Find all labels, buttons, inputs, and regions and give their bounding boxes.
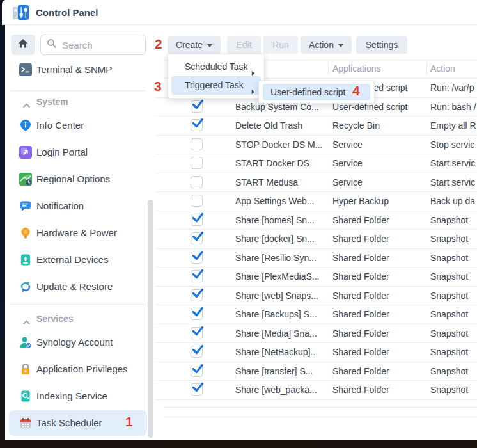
table-footer-line: [164, 407, 477, 408]
cell-name: STOP Docker DS M...: [235, 136, 322, 154]
terminal-snmp-icon: [19, 63, 32, 76]
row-checkbox[interactable]: [191, 157, 203, 169]
annotation-step-1: 1: [125, 414, 133, 429]
sidebar-item-label: Hardware & Power: [36, 222, 117, 244]
table-row[interactable]: Delete Old TrashRecycle BinEmpty all R: [155, 116, 477, 136]
column-header-applications[interactable]: Applications: [332, 60, 381, 78]
table-row[interactable]: Share [homes] Sn...Shared FolderSnapshot: [155, 211, 477, 230]
control-panel-icon: [12, 4, 29, 21]
sidebar-item-label: Info Center: [36, 115, 84, 136]
cell-action: Snapshot: [430, 305, 468, 323]
home-icon: [17, 38, 29, 52]
row-checkbox-checked[interactable]: [191, 119, 203, 131]
sidebar-item-synology-account[interactable]: Synology Account: [5, 332, 155, 353]
cell-name: Share [NetBackup]...: [235, 343, 318, 361]
row-checkbox-checked[interactable]: [191, 365, 203, 377]
sidebar-divider: [11, 304, 146, 305]
sidebar-item-login-portal[interactable]: Login Portal: [5, 141, 155, 163]
cell-application: Recycle Bin: [332, 116, 380, 134]
sidebar-section-system[interactable]: System: [5, 91, 155, 113]
cell-action: Snapshot: [430, 230, 468, 248]
sidebar-item-application-privileges[interactable]: Application Privileges: [5, 358, 155, 380]
cell-action: Snapshot: [430, 343, 468, 361]
sidebar-scrollbar[interactable]: [148, 200, 153, 438]
run-button-label: Run: [272, 40, 289, 50]
action-button[interactable]: Action: [301, 36, 352, 54]
menu-item-label: Triggered Task: [185, 80, 244, 90]
row-checkbox-checked[interactable]: [191, 232, 203, 244]
window-title: Control Panel: [36, 0, 98, 25]
cell-name: Share [transfer] S...: [235, 362, 313, 380]
cell-name: START Medusa: [235, 173, 298, 191]
row-checkbox-checked[interactable]: [191, 100, 203, 113]
search-input[interactable]: [62, 40, 139, 51]
home-button[interactable]: [11, 35, 35, 55]
external-devices-icon: [19, 253, 32, 266]
table-row[interactable]: Share [web_packa...Shared FolderSnapshot: [155, 381, 477, 400]
table-row[interactable]: STOP Docker DS M...ServiceStop servic: [155, 136, 477, 155]
row-checkbox[interactable]: [191, 176, 203, 188]
table-row[interactable]: Share [transfer] S...Shared FolderSnapsh…: [155, 362, 477, 381]
table-row[interactable]: Share [web] Snaps...Shared FolderSnapsho…: [155, 287, 477, 306]
sidebar-item-update-restore[interactable]: Update & Restore: [5, 276, 155, 298]
application-privileges-icon: [19, 363, 32, 376]
table-row[interactable]: Share [PlexMediaS...Shared FolderSnapsho…: [155, 268, 477, 287]
search-box[interactable]: [40, 35, 146, 55]
cell-name: Delete Old Trash: [235, 116, 302, 134]
edit-button-label: Edit: [236, 40, 251, 50]
cell-application: Service: [332, 154, 363, 172]
sidebar-item-external-devices[interactable]: External Devices: [5, 249, 155, 271]
row-checkbox-checked[interactable]: [191, 346, 203, 358]
cell-application: Shared Folder: [332, 287, 389, 305]
sidebar-item-label: System: [36, 91, 68, 113]
cell-application: Shared Folder: [332, 211, 389, 229]
column-separator: [426, 63, 427, 75]
row-checkbox[interactable]: [191, 195, 203, 207]
settings-button-label: Settings: [366, 40, 398, 50]
table-row[interactable]: START MedusaServiceStart servic: [155, 173, 477, 193]
sidebar-item-info-center[interactable]: Info Center: [5, 115, 155, 136]
run-button[interactable]: Run: [263, 36, 298, 54]
column-header-action[interactable]: Action: [430, 60, 455, 78]
row-checkbox-checked[interactable]: [191, 308, 203, 320]
sidebar-item-notification[interactable]: Notification: [5, 195, 155, 217]
sidebar-item-label: Indexing Service: [36, 385, 107, 407]
cell-name: Share [Backups] S...: [235, 305, 317, 323]
table-row[interactable]: Share [Media] Sna...Shared FolderSnapsho…: [155, 324, 477, 344]
table-row[interactable]: Share [Backups] S...Shared FolderSnapsho…: [155, 305, 477, 324]
sidebar-item-hardware-power[interactable]: Hardware & Power: [5, 222, 155, 244]
row-checkbox-checked[interactable]: [191, 270, 203, 282]
row-checkbox-checked[interactable]: [191, 214, 203, 226]
row-checkbox-checked[interactable]: [191, 289, 203, 301]
annotation-step-3: 3: [154, 79, 162, 94]
menu-item-scheduled-task[interactable]: Scheduled Task: [171, 58, 261, 76]
sidebar-item-terminal-snmp[interactable]: Terminal & SNMP: [5, 59, 155, 81]
table-row[interactable]: App Settings Web...Hyper BackupBack up d…: [155, 192, 477, 211]
row-checkbox[interactable]: [191, 138, 203, 150]
cell-action: Snapshot: [430, 381, 468, 399]
chevron-up-icon: [22, 316, 31, 328]
row-checkbox-checked[interactable]: [191, 383, 203, 396]
sidebar-item-regional-options[interactable]: Regional Options: [5, 168, 155, 190]
row-checkbox-checked[interactable]: [191, 252, 203, 264]
settings-button[interactable]: Settings: [356, 36, 407, 54]
create-button[interactable]: Create: [168, 36, 221, 54]
cell-application: Shared Folder: [332, 268, 389, 285]
annotation-step-2: 2: [155, 36, 162, 52]
sidebar-section-services[interactable]: Services: [5, 308, 155, 330]
cell-action: Back up da: [430, 192, 475, 210]
row-checkbox-checked[interactable]: [191, 327, 203, 339]
window-titlebar: Control Panel: [2, 0, 477, 25]
table-row[interactable]: START Docker DSServiceStart servic: [155, 154, 477, 173]
cell-action: Snapshot: [430, 362, 468, 380]
table-row[interactable]: Share [NetBackup]...Shared FolderSnapsho…: [155, 343, 477, 362]
edit-button[interactable]: Edit: [227, 36, 261, 54]
cell-action: Empty all R: [430, 116, 476, 134]
table-row[interactable]: Share [Resilio Syn...Shared FolderSnapsh…: [155, 249, 477, 268]
table-row[interactable]: Share [docker] Sn...Shared FolderSnapsho…: [155, 230, 477, 249]
cell-application: Shared Folder: [332, 230, 389, 248]
caret-down-icon: [207, 44, 212, 47]
screen: Control Panel Ter: [0, 0, 477, 448]
sidebar-item-indexing-service[interactable]: Indexing Service: [5, 385, 155, 407]
menu-item-triggered-task[interactable]: Triggered Task: [171, 76, 261, 95]
